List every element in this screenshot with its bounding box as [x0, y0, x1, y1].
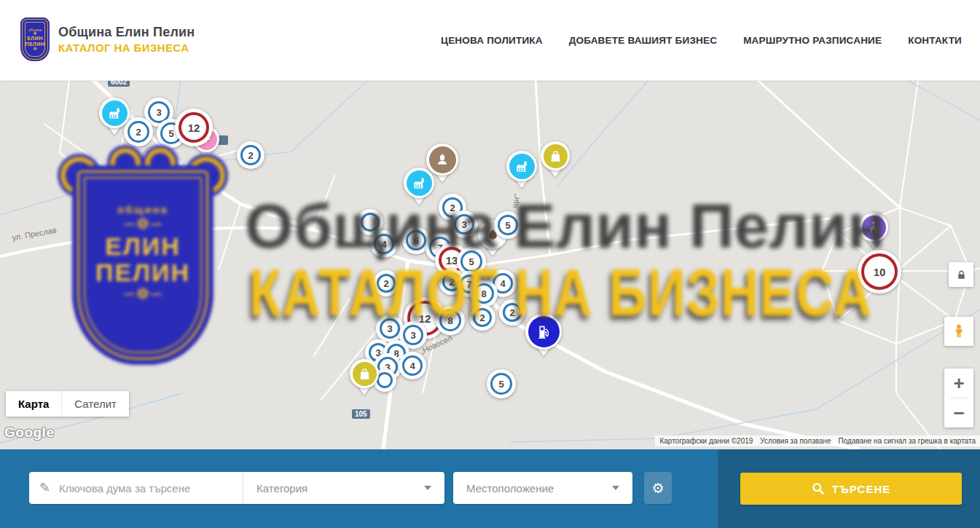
church-pin[interactable] — [859, 213, 888, 242]
map-canvas[interactable]: ул. Преславбул. „Новоселщи" 6002105 3251… — [0, 80, 980, 449]
search-bar: ✎ Категория Местоположение ⚙ ТЪРСЕНЕ — [0, 449, 980, 528]
nav-route-schedule[interactable]: МАРШРУТНО РАЗПИСАНИЕ — [743, 35, 882, 46]
attribution-terms-link[interactable]: Условия за ползване — [760, 437, 831, 445]
nav-add-your-business[interactable]: ДОБАВЕТЕ ВАШИЯТ БИЗНЕС — [569, 35, 717, 46]
category-select-label: Категория — [256, 482, 307, 494]
category-select[interactable]: Категория — [243, 472, 444, 504]
map-type-satellite-button[interactable]: Сателит — [61, 391, 129, 417]
map-type-map-button[interactable]: Карта — [6, 391, 61, 417]
logo-line1: ЕЛИН — [27, 36, 43, 42]
factory-icon — [407, 170, 432, 196]
nav-pricing-policy[interactable]: ЦЕНОВА ПОЛИТИКА — [441, 35, 543, 46]
lock-control-button[interactable] — [949, 262, 973, 287]
fuel-icon — [528, 316, 560, 347]
bag-icon — [353, 362, 377, 386]
bag-pin[interactable] — [541, 141, 570, 170]
keyword-input[interactable] — [58, 481, 243, 495]
factory-pin[interactable] — [99, 98, 130, 128]
location-select[interactable]: Местоположение — [453, 472, 632, 504]
lock-icon — [955, 269, 968, 281]
search-icon — [812, 482, 825, 495]
pegman-icon — [950, 323, 968, 340]
fuel-pin[interactable] — [525, 313, 562, 350]
business-catalog-page: община ❁ ЕЛИН ПЕЛИН ❁ Община Елин Пелин … — [0, 0, 980, 528]
logo-ornament-bottom: ❁ — [33, 47, 36, 51]
search-submit-button[interactable]: ТЪРСЕНЕ — [740, 473, 962, 505]
main-nav: ЦЕНОВА ПОЛИТИКА ДОБАВЕТЕ ВАШИЯТ БИЗНЕС М… — [441, 0, 962, 80]
nav-contacts[interactable]: КОНТАКТИ — [908, 35, 962, 46]
map-type-control: Карта Сателит — [6, 391, 129, 417]
factory-icon — [102, 101, 128, 126]
attribution-copyright: Картографски данни ©2019 — [659, 437, 753, 445]
pegman-street-view-button[interactable] — [944, 317, 973, 346]
brand[interactable]: община ❁ ЕЛИН ПЕЛИН ❁ Община Елин Пелин … — [20, 17, 195, 61]
bag-icon — [544, 144, 568, 168]
chevron-down-icon — [424, 486, 431, 490]
bag-pin[interactable] — [350, 359, 379, 388]
gear-icon: ⚙ — [651, 480, 664, 497]
location-group: Местоположение — [453, 472, 632, 504]
municipality-logo: община ❁ ЕЛИН ПЕЛИН ❁ — [20, 17, 50, 61]
factory-pin[interactable] — [506, 151, 537, 181]
pin-layer — [0, 80, 980, 449]
brand-subtitle: КАТАЛОГ НА БИЗНЕСА — [58, 42, 195, 54]
attribution-report-error-link[interactable]: Подаване на сигнал за грешка в картата — [839, 437, 976, 445]
zoom-out-button[interactable]: − — [944, 398, 973, 427]
site-header: община ❁ ЕЛИН ПЕЛИН ❁ Община Елин Пелин … — [0, 0, 980, 81]
location-select-label: Местоположение — [466, 482, 554, 494]
church-icon — [862, 216, 886, 240]
factory-pin[interactable] — [404, 168, 434, 198]
chevron-down-icon — [612, 486, 619, 490]
factory-icon — [509, 154, 535, 179]
pencil-icon: ✎ — [39, 480, 50, 496]
advanced-search-button[interactable]: ⚙ — [644, 472, 672, 504]
brand-title: Община Елин Пелин — [58, 25, 195, 40]
zoom-in-button[interactable]: + — [944, 369, 973, 398]
google-logo: Google — [4, 425, 54, 441]
zoom-control: + − — [944, 369, 973, 427]
map-attribution: Картографски данни ©2019 Условия за полз… — [655, 436, 980, 446]
keyword-category-group: ✎ Категория — [29, 472, 444, 504]
